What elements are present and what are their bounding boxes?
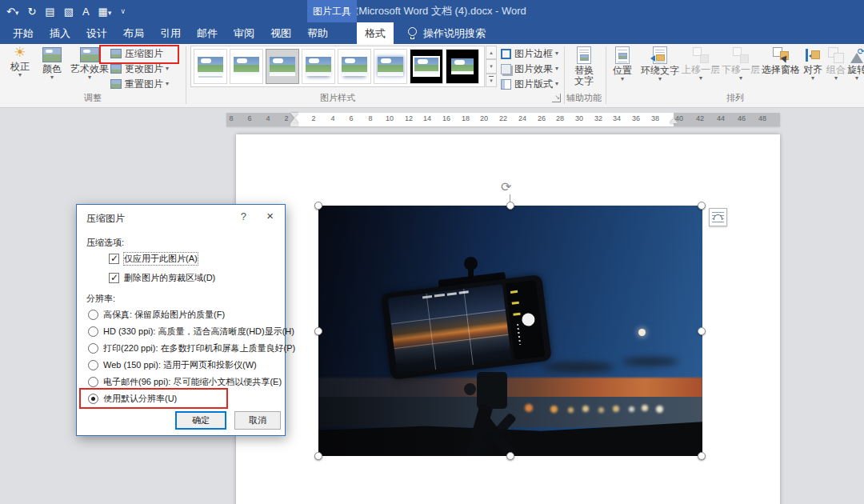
sun-icon: ☀ [14, 46, 26, 60]
resolution-label: 分辨率: [86, 293, 115, 305]
clipboard-icon[interactable]: ▤ [45, 6, 54, 18]
checkbox-icon[interactable] [109, 254, 119, 264]
picture-style-thumb[interactable] [446, 49, 479, 84]
selection-handle-middle-left[interactable] [314, 327, 322, 335]
tab-mailings[interactable]: 邮件 [189, 22, 226, 44]
picture-style-thumb[interactable] [410, 49, 443, 84]
tab-layout[interactable]: 布局 [115, 22, 152, 44]
radio-print-220ppi[interactable]: 打印(220 ppi): 在多数打印机和屏幕上质量良好(P) [88, 342, 295, 354]
position-button[interactable]: 位置 ▾ [608, 46, 637, 90]
checkbox-apply-only-to-this-picture[interactable]: 仅应用于此图片(A) [109, 253, 198, 265]
radio-hd-330ppi[interactable]: HD (330 ppi): 高质量，适合高清晰度(HD)显示(H) [88, 326, 294, 338]
picture-style-thumb[interactable] [194, 49, 227, 84]
picture-style-thumb[interactable] [266, 49, 299, 84]
compress-pictures-button[interactable]: 压缩图片 [110, 46, 163, 61]
ok-button[interactable]: 确定 [175, 411, 226, 430]
customize-quick-access-icon[interactable]: ∨ [120, 7, 126, 15]
picture-style-thumb[interactable] [230, 49, 263, 84]
photo-sunset-phone-tripod [318, 206, 702, 456]
undo-icon[interactable]: ↶▾ [6, 6, 18, 18]
adjust-group-label: 调整 [0, 92, 186, 104]
color-button[interactable]: 颜色 ▾ [37, 46, 67, 90]
tab-format-active[interactable]: 格式 [357, 22, 394, 44]
compress-pictures-icon [110, 49, 122, 58]
tab-references[interactable]: 引用 [152, 22, 189, 44]
radio-high-fidelity[interactable]: 高保真: 保留原始图片的质量(F) [88, 309, 225, 321]
artistic-effects-button[interactable]: 艺术效果 ▾ [69, 46, 110, 90]
chevron-down-icon: ▾ [658, 76, 662, 82]
tab-design[interactable]: 设计 [78, 22, 115, 44]
radio-email-96ppi[interactable]: 电子邮件(96 ppi): 尽可能缩小文档以便共享(E) [88, 376, 282, 388]
radio-icon[interactable] [88, 310, 98, 320]
tab-review[interactable]: 审阅 [226, 22, 262, 44]
checkbox-delete-cropped-areas[interactable]: 删除图片的剪裁区域(D) [109, 272, 215, 284]
wrap-text-button[interactable]: 环绕文字 ▾ [640, 46, 680, 90]
layout-options-button[interactable] [709, 208, 727, 226]
redo-icon[interactable]: ↻ [27, 6, 36, 18]
selection-handle-top-left[interactable] [314, 202, 322, 210]
phonetic-guide-icon[interactable]: A [82, 6, 90, 18]
selection-handle-bottom-center[interactable] [506, 452, 514, 460]
selection-handle-bottom-right[interactable] [698, 452, 706, 460]
gallery-down-icon[interactable]: ▾ [486, 59, 497, 73]
document-page[interactable]: ⟳ [236, 134, 780, 504]
change-picture-button[interactable]: 更改图片 ▾ [110, 62, 169, 76]
picture-style-thumb[interactable] [302, 49, 335, 84]
dialog-close-icon[interactable]: × [266, 209, 274, 222]
chevron-down-icon: ▾ [834, 75, 838, 82]
gallery-more-icon[interactable]: ▾ [486, 74, 497, 87]
radio-icon[interactable] [88, 377, 98, 387]
tab-insert[interactable]: 插入 [42, 22, 78, 44]
picture-styles-gallery [190, 46, 485, 87]
rotate-button[interactable]: ⟳ 旋转 ▾ [846, 46, 864, 90]
selection-handle-top-right[interactable] [698, 202, 706, 210]
quick-access-toolbar: ↶▾ ↻ ▤ ▧ A ▦▾ ∨ [6, 0, 126, 22]
dialog-launcher-icon[interactable]: ↘ [552, 94, 561, 102]
tab-help[interactable]: 帮助 [299, 22, 336, 44]
chevron-down-icon: ▾ [555, 81, 558, 87]
first-line-indent-marker[interactable] [290, 113, 298, 118]
alt-text-button[interactable]: 替换文字 [567, 46, 601, 90]
radio-icon[interactable] [88, 360, 98, 370]
horizontal-ruler[interactable]: 8 6 4 2 2 4 6 8 10 12 14 16 18 20 22 24 … [226, 113, 780, 126]
selection-pane-icon [773, 47, 789, 63]
change-picture-icon [110, 64, 122, 74]
picture-border-button[interactable]: 图片边框 ▾ [501, 46, 558, 61]
radio-use-default-resolution[interactable]: 使用默认分辨率(U) [88, 393, 177, 405]
picture-layout-button[interactable]: 图片版式 ▾ [501, 77, 558, 91]
selection-handle-middle-right[interactable] [698, 327, 706, 335]
align-button[interactable]: 对齐 ▾ [802, 46, 824, 90]
chevron-down-icon: ▾ [699, 75, 702, 82]
dialog-title: 压缩图片 [86, 212, 125, 226]
gallery-up-icon[interactable]: ▴ [486, 46, 497, 59]
send-backward-icon [733, 47, 749, 63]
align-icon [805, 47, 821, 63]
selection-pane-button[interactable]: 选择窗格 [762, 46, 800, 90]
reset-picture-icon [110, 79, 122, 89]
left-indent-marker[interactable] [290, 123, 298, 126]
corrections-button[interactable]: ☀ 校正 ▾ [5, 46, 35, 90]
picture-style-thumb[interactable] [374, 49, 407, 84]
rotate-handle-icon[interactable]: ⟳ [501, 181, 511, 194]
selection-handle-bottom-left[interactable] [314, 452, 322, 460]
right-indent-marker[interactable] [670, 118, 678, 123]
checkbox-icon[interactable] [109, 273, 119, 283]
reset-picture-button[interactable]: 重置图片 ▾ [110, 77, 169, 91]
radio-icon[interactable] [88, 394, 98, 404]
radio-icon[interactable] [88, 326, 98, 337]
tab-view[interactable]: 视图 [262, 22, 299, 44]
selection-handle-top-center[interactable] [506, 202, 514, 210]
page-tool-icon[interactable]: ▧ [64, 6, 74, 18]
radio-icon[interactable] [88, 343, 98, 354]
picture-effects-button[interactable]: 图片效果 ▾ [501, 62, 558, 76]
selected-picture[interactable]: ⟳ [318, 206, 702, 456]
picture-layout-icon [501, 79, 511, 90]
chevron-down-icon: ▾ [50, 74, 54, 81]
picture-style-thumb[interactable] [338, 49, 371, 84]
picture-tool-icon[interactable]: ▦▾ [98, 6, 112, 18]
cancel-button[interactable]: 取消 [234, 411, 281, 430]
dialog-help-button[interactable]: ? [241, 210, 246, 222]
tell-me-search[interactable]: 操作说明搜索 [408, 22, 486, 44]
radio-web-150ppi[interactable]: Web (150 ppi): 适用于网页和投影仪(W) [88, 359, 257, 371]
tab-home[interactable]: 开始 [5, 22, 42, 44]
